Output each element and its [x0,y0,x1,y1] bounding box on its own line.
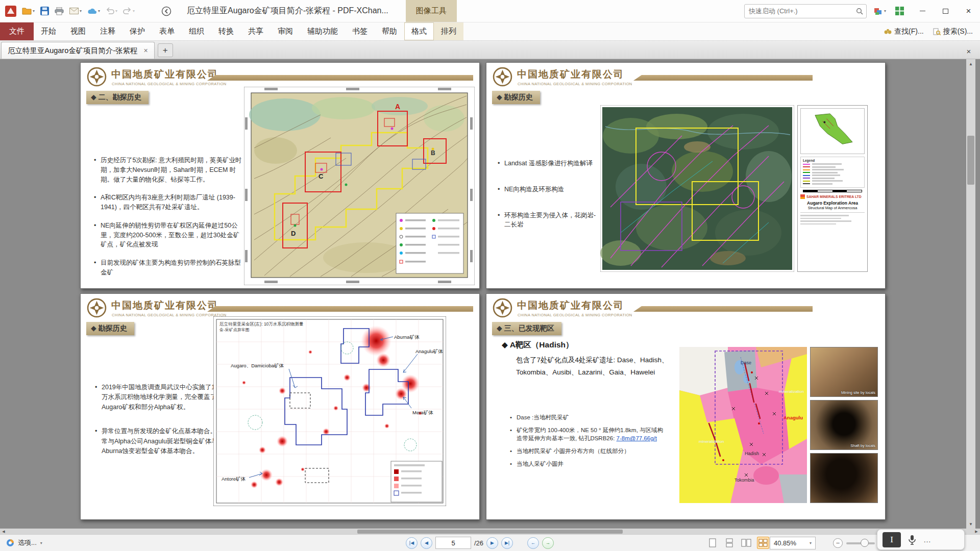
tab-bookmarks[interactable]: 书签 [345,22,375,40]
options-button[interactable]: 选项... [18,538,37,547]
tab-protect[interactable]: 保护 [122,22,152,40]
navigate-back-button[interactable] [159,4,174,19]
two-page-view-icon[interactable] [740,537,752,549]
tab-convert[interactable]: 转换 [211,22,241,40]
tab-accessibility[interactable]: 辅助功能 [300,22,345,40]
more-options-icon[interactable]: … [923,535,932,544]
grid-layout-icon[interactable] [893,4,906,19]
map-title-line1: Augaro Exploration Area [800,201,865,206]
company-name: 中国地质矿业有限公司 [111,68,218,81]
quick-launch-input[interactable] [745,7,856,15]
maximize-button[interactable] [934,0,957,22]
tab-organize[interactable]: 组织 [182,22,211,40]
single-page-view-icon[interactable] [706,537,719,549]
undo-button[interactable]: ▾ [104,4,119,19]
company-logo-icon [86,66,107,87]
tabbar-close-button[interactable]: × [958,47,980,56]
zoom-out-button[interactable]: − [833,538,843,548]
next-view-button[interactable]: → [542,537,554,549]
tab-view[interactable]: 视图 [63,22,93,40]
file-menu-button[interactable]: 文件 [0,22,34,40]
map-credits [800,212,865,224]
header-decoration [633,306,813,312]
pdf-page-bottom-left: 中国地质矿业有限公司 CHINA NATIONAL GEOLOGICAL & M… [80,293,480,520]
grid-view-icon[interactable] [757,537,769,549]
chevron-down-icon: ▾ [80,9,82,13]
horizontal-scrollbar[interactable]: ◀ ▶ [0,529,980,534]
label-hadish: Hadish [745,451,759,456]
continuous-view-icon[interactable] [723,537,736,549]
next-page-button[interactable]: ▶ [486,537,498,549]
tab-comment[interactable]: 注释 [93,22,122,40]
bullet: Dase :当地村民采矿 [509,413,668,422]
scrollbar-thumb[interactable] [357,530,623,534]
zoom-slider-handle[interactable] [861,539,869,547]
intro-paragraph: 包含了7处矿化点及4处采矿遗址: Dase、Hadish、Tokombia、Au… [516,354,694,378]
target-label-b: B [431,149,435,157]
tab-help[interactable]: 帮助 [375,22,404,40]
tab-close-icon[interactable]: × [144,46,148,55]
close-button[interactable]: × [957,0,980,22]
company-name: 中国地质矿业有限公司 [517,68,624,81]
cloud-upload-button[interactable]: ▾ [85,4,102,19]
target-label-c: C [318,172,324,180]
legend-entry [803,169,862,170]
pdf-page-top-right: 中国地质矿业有限公司 CHINA NATIONAL GEOLOGICAL & M… [486,62,886,289]
first-page-button[interactable]: |◀ [406,537,418,549]
minimize-button[interactable] [911,0,934,22]
tab-start[interactable]: 开始 [34,22,63,40]
drill-result-link[interactable]: 7-8m@77.66g/t [617,435,657,441]
header-decoration [207,75,473,81]
floating-input-panel: I … [877,529,965,550]
context-tab-group: 格式 排列 [404,22,463,40]
chevron-down-icon: ▾ [115,9,117,13]
new-tab-button[interactable]: + [158,43,173,57]
open-file-button[interactable]: ▾ [20,4,37,19]
scroll-left-icon[interactable]: ◀ [0,529,7,534]
scroll-right-icon[interactable]: ▶ [973,529,980,534]
vertical-scrollbar[interactable]: ▲ ▼ [966,59,975,529]
options-icon[interactable] [6,539,14,547]
find-label: 查找(F)... [894,27,924,36]
context-group-image-tools[interactable]: 图像工具 [406,0,457,22]
redo-button[interactable]: ▾ [121,4,137,19]
slide-heading: ◆ 三、已发现靶区 [492,322,561,335]
legend-title: Legend [803,159,862,162]
document-tab[interactable]: 厄立特里亚Augaro金矿项目简介-张紫程 × [1,42,155,59]
app-logo-icon[interactable] [3,4,18,19]
save-button[interactable] [38,4,51,19]
tab-arrange[interactable]: 排列 [434,22,463,40]
previous-view-button[interactable]: ← [527,537,539,549]
zoom-level-select[interactable]: 40.85% ▾ [770,537,816,549]
chevron-down-icon[interactable]: ▾ [40,541,42,545]
map-legend-panel: Legend SAHAR MINERALS ERITREA LTD Augaro… [797,105,868,272]
status-bar: 选项... ▾ |◀ ◀ /26 ▶ ▶| ← → 40.85% ▾ − [0,534,980,551]
company-name: 中国地质矿业有限公司 [517,299,624,312]
snapshot-tool-icon[interactable]: ▾ [872,4,888,19]
scrollbar-thumb[interactable] [967,136,974,185]
ribbon-bar: 文件 开始 视图 注释 保护 表单 组织 转换 共享 审阅 辅助功能 书签 帮助… [0,22,980,41]
tab-format[interactable]: 格式 [404,22,434,40]
tab-share[interactable]: 共享 [241,22,271,40]
microphone-icon[interactable] [908,535,916,545]
previous-page-button[interactable]: ◀ [421,537,432,549]
print-button[interactable] [53,4,66,19]
bullet: 2019年中国地质调查局武汉中心实施了1:10万水系沉积物地球化学测量，完全覆盖… [94,383,226,412]
bullet: 异常位置与所发现的金矿化点基本吻合。异常与Alpha公司Anagulu斑岩型铜金… [94,427,226,456]
company-logo-icon [492,297,513,318]
text-cursor-button[interactable]: I [883,532,901,547]
search-button[interactable]: 搜索(S)... [933,27,973,36]
last-page-button[interactable]: ▶| [501,537,513,549]
quick-launch-searchbox[interactable] [744,4,867,18]
search-icon[interactable] [856,8,866,15]
scroll-down-icon[interactable]: ▼ [966,519,975,529]
email-button[interactable]: ▾ [67,4,84,19]
tab-review[interactable]: 审阅 [271,22,300,40]
company-logo-icon [86,297,107,318]
scroll-up-icon[interactable]: ▲ [966,59,975,68]
find-button[interactable]: 查找(F)... [884,27,924,36]
page-number-input[interactable] [435,537,471,549]
search-label: 搜索(S)... [943,27,973,36]
tab-form[interactable]: 表单 [152,22,182,40]
legend-entry [803,172,862,173]
